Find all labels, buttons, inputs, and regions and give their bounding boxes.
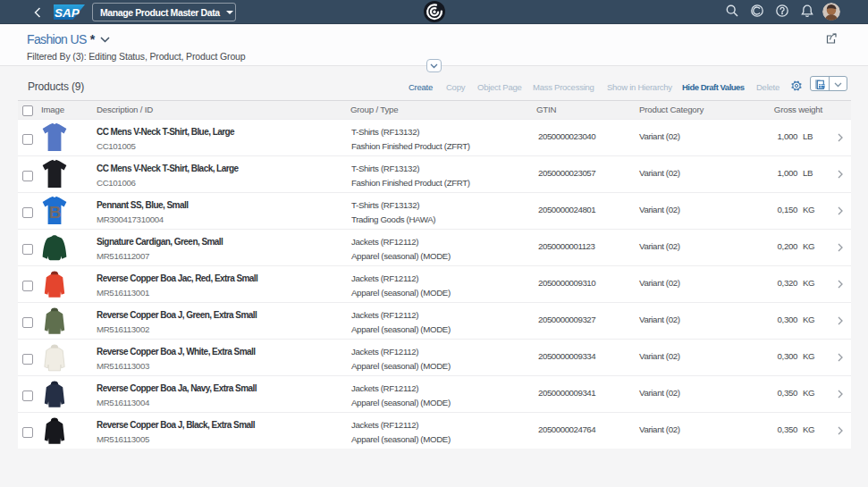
- svg-text:B: B: [49, 203, 61, 222]
- svg-text:SAP: SAP: [55, 6, 80, 20]
